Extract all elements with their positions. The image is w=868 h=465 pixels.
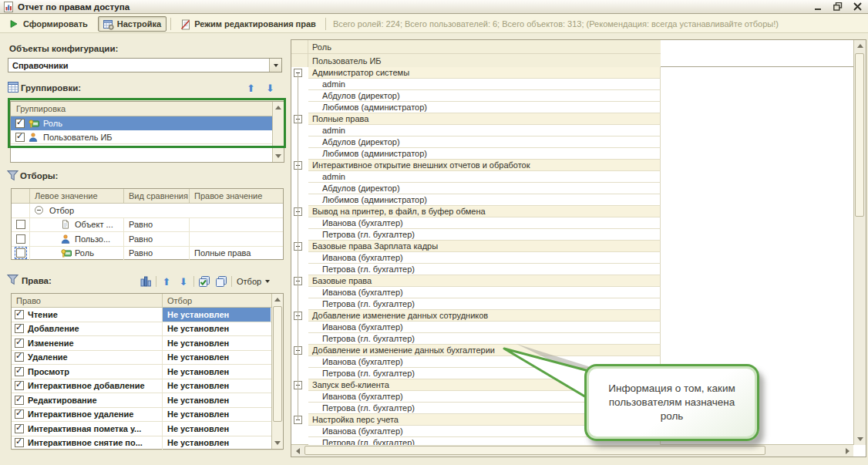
right-filter-cell[interactable]: Не установлен — [163, 308, 271, 322]
tree-user-row[interactable]: Иванова (бухгалтер) — [291, 426, 853, 437]
tree-user-row[interactable]: Петрова (гл. бухгалтер) — [291, 298, 853, 310]
checkbox[interactable] — [15, 438, 24, 447]
checkbox[interactable] — [15, 339, 24, 348]
rights-scrollbar[interactable] — [271, 294, 283, 449]
filter-root-row[interactable]: Отбор — [12, 204, 283, 218]
right-filter-cell[interactable]: Не установлен — [163, 336, 271, 350]
right-filter-cell[interactable]: Не установлен — [163, 351, 271, 365]
tree-user-row[interactable]: Петрова (гл. бухгалтер) — [291, 229, 853, 241]
filter-row[interactable]: РольРавноПолные права — [12, 247, 283, 261]
scroll-down-icon[interactable] — [273, 151, 284, 161]
right-filter-cell[interactable]: Не установлен — [163, 422, 271, 436]
tree-header-role[interactable]: Роль — [291, 40, 661, 54]
rights-row[interactable]: Интерактивная пометка у...Не установлен — [12, 422, 283, 436]
grouping-row[interactable]: Пользователь ИБ — [11, 130, 284, 144]
checkbox[interactable] — [15, 352, 24, 362]
rights-filter-dropdown[interactable]: Отбор — [234, 275, 273, 288]
minimize-button[interactable] — [812, 2, 825, 12]
checkbox[interactable] — [15, 324, 24, 333]
collapse-icon[interactable] — [35, 206, 43, 214]
checkbox[interactable] — [16, 234, 25, 244]
tree-group-row[interactable]: Вывод на принтер, в файл, в буфер обмена — [291, 206, 853, 217]
clear-all-checkboxes-icon[interactable] — [213, 275, 230, 288]
checkbox[interactable] — [16, 220, 25, 229]
tree-user-row[interactable]: Петрова (гл. бухгалтер) — [291, 264, 853, 275]
move-up-button[interactable]: ⬆ — [158, 275, 175, 288]
grouping-row[interactable]: Роль — [11, 116, 284, 130]
rights-row[interactable]: ЧтениеНе установлен — [12, 308, 283, 322]
scroll-down-icon[interactable] — [272, 438, 283, 448]
tree-expander-icon[interactable] — [294, 312, 302, 320]
scrollbar-thumb[interactable] — [855, 53, 864, 217]
move-down-button[interactable]: ⬇ — [264, 82, 277, 94]
right-filter-cell[interactable]: Не установлен — [163, 365, 271, 379]
checkbox[interactable] — [15, 310, 24, 319]
rights-row[interactable]: Интерактивное добавлениеНе установлен — [12, 379, 283, 394]
checkbox[interactable] — [15, 133, 25, 142]
rights-row[interactable]: УдалениеНе установлен — [12, 351, 283, 366]
generate-button[interactable]: Сформировать — [4, 16, 93, 32]
tree-user-row[interactable]: Абдулов (директор) — [291, 136, 853, 148]
checkbox[interactable] — [15, 381, 24, 390]
tree-expander-icon[interactable] — [294, 346, 302, 355]
checkbox[interactable] — [16, 248, 25, 258]
groupings-scrollbar[interactable] — [272, 102, 284, 162]
tree-user-row[interactable]: admin — [291, 79, 853, 90]
right-filter-cell[interactable]: Не установлен — [163, 393, 271, 407]
tree-group-row[interactable]: Базовые права Зарплата кадры — [291, 241, 853, 252]
scrollbar-thumb[interactable] — [304, 446, 765, 455]
tree-user-row[interactable]: Петрова (гл. бухгалтер) — [291, 437, 853, 445]
tree-user-row[interactable]: admin — [291, 171, 853, 183]
tree-user-row[interactable]: Абдулов (директор) — [291, 183, 853, 194]
scroll-up-icon[interactable] — [272, 295, 283, 305]
scroll-right-icon[interactable] — [842, 446, 853, 456]
tree-expander-icon[interactable] — [294, 207, 302, 216]
tree-user-row[interactable]: Любимов (администратор) — [291, 102, 853, 113]
set-all-checkboxes-icon[interactable] — [196, 275, 213, 288]
tree-expander-icon[interactable] — [294, 381, 302, 389]
move-up-button[interactable]: ⬆ — [244, 82, 257, 94]
right-filter-cell[interactable]: Не установлен — [163, 379, 271, 393]
scroll-down-icon[interactable] — [855, 434, 866, 444]
tree-user-row[interactable]: admin — [291, 125, 853, 136]
tree-user-row[interactable]: Абдулов (директор) — [291, 90, 853, 102]
right-filter-cell[interactable]: Не установлен — [163, 436, 271, 450]
tree-user-row[interactable]: Любимов (администратор) — [291, 148, 853, 160]
tree-group-row[interactable]: Администратор системы — [291, 67, 853, 79]
tree-expander-icon[interactable] — [294, 242, 302, 251]
rights-row[interactable]: ДобавлениеНе установлен — [12, 322, 283, 337]
tree-user-row[interactable]: Иванова (бухгалтер) — [291, 287, 853, 298]
scrollbar-thumb[interactable] — [273, 306, 282, 422]
tree-expander-icon[interactable] — [294, 277, 302, 285]
config-objects-select[interactable]: Справочники — [8, 58, 282, 72]
right-filter-cell[interactable]: Не установлен — [163, 408, 271, 422]
edit-mode-button[interactable]: Режим редактирования прав — [175, 16, 321, 32]
checkbox[interactable] — [15, 119, 25, 128]
scroll-up-icon[interactable] — [855, 41, 866, 51]
tree-user-row[interactable]: Иванова (бухгалтер) — [291, 322, 853, 333]
right-filter-cell[interactable]: Не установлен — [163, 322, 271, 336]
tree-header-user[interactable]: Пользователь ИБ — [291, 54, 661, 67]
tree-group-row[interactable]: Интерактивное открытие внешних отчетов и… — [291, 160, 853, 171]
tree-vertical-scrollbar[interactable] — [853, 40, 866, 445]
tree-group-row[interactable]: Добавление изменение данных сотрудников — [291, 310, 853, 322]
filter-row[interactable]: Пользо...Равно — [12, 232, 283, 247]
scroll-up-icon[interactable] — [273, 103, 284, 113]
tree-group-row[interactable]: Базовые права — [291, 275, 853, 287]
settings-button[interactable]: Настройка — [98, 16, 167, 32]
move-down-button[interactable]: ⬇ — [175, 275, 192, 288]
close-icon[interactable] — [851, 2, 863, 12]
scroll-left-icon[interactable] — [292, 446, 303, 456]
checkbox[interactable] — [15, 409, 24, 419]
combo-dropdown-button[interactable] — [269, 59, 281, 72]
rights-row[interactable]: РедактированиеНе установлен — [12, 393, 283, 408]
restore-button[interactable] — [832, 2, 844, 12]
tree-expander-icon[interactable] — [294, 115, 302, 123]
checkbox[interactable] — [15, 424, 24, 433]
filter-row[interactable]: Объект ...Равно — [12, 218, 283, 233]
checkbox[interactable] — [15, 367, 24, 376]
tree-user-row[interactable]: Иванова (бухгалтер) — [291, 252, 853, 264]
rights-row[interactable]: Интерактивное снятие по...Не установлен — [12, 436, 283, 451]
tree-expander-icon[interactable] — [294, 161, 302, 170]
tree-group-row[interactable]: Полные права — [291, 113, 853, 125]
